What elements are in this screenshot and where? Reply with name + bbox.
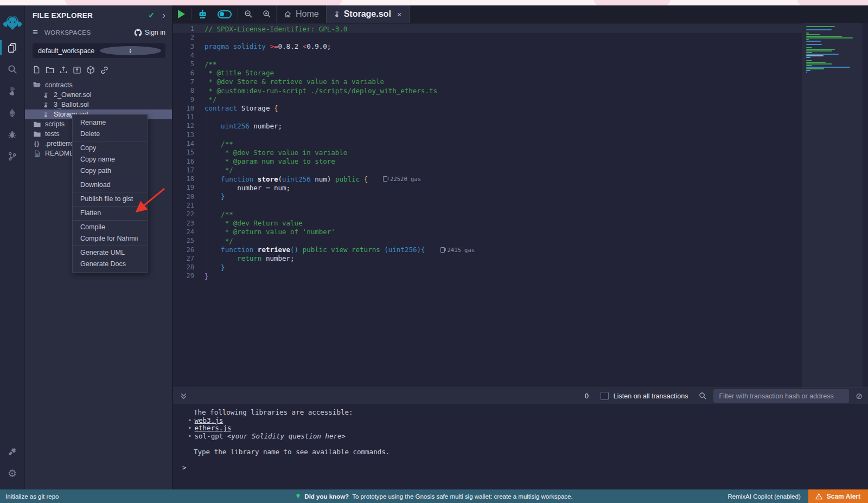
context-menu-copy[interactable]: Copy	[73, 143, 147, 154]
tree-item-3-ballot-sol[interactable]: 3_Ballot.sol	[25, 100, 172, 109]
sign-in-label: Sign in	[145, 29, 165, 36]
clear-console-icon[interactable]: ⊘	[856, 391, 863, 401]
zoom-out-button[interactable]	[239, 5, 258, 23]
code-line-23[interactable]: 23 * @dev Return value	[173, 219, 802, 228]
code-line-21[interactable]: 21	[173, 201, 802, 210]
search-icon[interactable]	[0, 59, 25, 80]
code-line-3[interactable]: 3pragma solidity >=0.8.2 <0.9.0;	[173, 42, 802, 51]
context-menu-copy-name[interactable]: Copy name	[73, 154, 147, 165]
code-line-16[interactable]: 16 * @param num value to store	[173, 157, 802, 165]
cube-icon[interactable]	[86, 66, 95, 75]
code-line-2[interactable]: 2	[173, 33, 802, 42]
solidity-file-icon	[41, 92, 50, 98]
sign-in-button[interactable]: Sign in	[134, 29, 165, 37]
braces-icon: {}	[33, 140, 41, 147]
code-area[interactable]: 1// SPDX-License-Identifier: GPL-3.023pr…	[173, 23, 802, 388]
code-line-15[interactable]: 15 * @dev Store value in variable	[173, 148, 802, 157]
link-icon[interactable]	[100, 66, 109, 75]
line-number: 28	[173, 263, 205, 271]
tab-home[interactable]: Home	[276, 5, 326, 23]
line-number: 4	[173, 51, 205, 59]
upload-file-icon[interactable]	[59, 66, 68, 75]
chevron-right-icon[interactable]: ›	[162, 12, 165, 18]
listen-all-transactions-checkbox[interactable]	[601, 392, 609, 400]
context-menu-compile-for-nahmii[interactable]: Compile for Nahmii	[73, 233, 147, 244]
tree-item-2-owner-sol[interactable]: 2_Owner.sol	[25, 90, 172, 100]
plugin-manager-icon[interactable]	[0, 441, 25, 462]
code-line-18[interactable]: 18 function store(uint256 num) public {2…	[173, 175, 802, 183]
run-script-button[interactable]	[173, 5, 190, 23]
context-menu-flatten[interactable]: Flatten	[73, 208, 147, 219]
debugger-icon[interactable]	[0, 124, 25, 145]
code-line-6[interactable]: 6 * @title Storage	[173, 68, 802, 77]
new-file-icon[interactable]	[33, 66, 41, 75]
play-icon	[178, 10, 185, 18]
git-icon[interactable]	[0, 145, 25, 167]
code-line-17[interactable]: 17 */	[173, 166, 802, 175]
line-number: 9	[173, 96, 205, 104]
home-icon	[284, 10, 292, 18]
minimap-line	[806, 72, 807, 73]
did-you-know-tip: Did you know? To prototype using the Gno…	[0, 493, 868, 500]
editor-scroll-gutter[interactable]	[863, 23, 868, 388]
tree-item-contracts[interactable]: contracts	[25, 80, 172, 90]
copilot-toggle[interactable]	[213, 5, 237, 23]
code-line-25[interactable]: 25 */	[173, 236, 802, 245]
context-menu-delete[interactable]: Delete	[73, 128, 147, 140]
menu-divider	[73, 246, 147, 246]
code-line-13[interactable]: 13	[173, 131, 802, 139]
ai-copilot-button[interactable]	[193, 5, 213, 23]
context-menu-download[interactable]: Download	[73, 179, 147, 191]
panel-title: FILE EXPLORER	[33, 11, 148, 20]
workspace-selector[interactable]: default_workspace ▲▼	[33, 43, 165, 58]
code-line-14[interactable]: 14 /**	[173, 139, 802, 148]
editor-minimap[interactable]	[802, 23, 863, 388]
context-menu-generate-uml[interactable]: Generate UML	[73, 247, 147, 259]
upload-folder-icon[interactable]	[73, 66, 81, 75]
terminal-library-link[interactable]: •web3.js	[173, 417, 868, 425]
code-line-10[interactable]: 10contract Storage {	[173, 104, 802, 113]
minimap-line	[806, 33, 809, 34]
code-line-22[interactable]: 22 /**	[173, 210, 802, 218]
code-line-9[interactable]: 9 */	[173, 95, 802, 104]
listen-all-transactions-label[interactable]: Listen on all transactions	[614, 392, 688, 400]
code-line-28[interactable]: 28 }	[173, 263, 802, 272]
status-bar: Initialize as git repo Did you know? To …	[0, 489, 868, 503]
terminal-expand-icon[interactable]	[180, 392, 188, 400]
zoom-out-icon	[244, 10, 253, 18]
code-line-12[interactable]: 12 uint256 number;	[173, 121, 802, 130]
transaction-filter-input[interactable]	[713, 389, 849, 403]
code-line-5[interactable]: 5/**	[173, 60, 802, 68]
context-menu-publish-file-to-gist[interactable]: Publish file to gist	[73, 194, 147, 205]
code-line-11[interactable]: 11	[173, 113, 802, 121]
zoom-in-button[interactable]	[258, 5, 276, 23]
settings-icon[interactable]: ⚙	[0, 462, 25, 484]
terminal-library-link[interactable]: •ethers.js	[173, 424, 868, 433]
workspaces-menu-icon[interactable]: ≡	[33, 27, 38, 38]
terminal-output[interactable]: The following libraries are accessible:•…	[173, 404, 868, 489]
remix-logo-icon[interactable]	[0, 9, 25, 37]
code-line-19[interactable]: 19 number = num;	[173, 183, 802, 192]
context-menu-generate-docs[interactable]: Generate Docs	[73, 259, 147, 270]
terminal-search-icon[interactable]	[699, 392, 707, 400]
deploy-run-icon[interactable]	[0, 102, 25, 124]
context-menu-copy-path[interactable]: Copy path	[73, 165, 147, 177]
context-menu-compile[interactable]: Compile	[73, 222, 147, 233]
code-line-29[interactable]: 29}	[173, 272, 802, 280]
solidity-compiler-icon[interactable]	[0, 80, 25, 102]
code-line-4[interactable]: 4	[173, 51, 802, 60]
terminal-prompt[interactable]: >	[173, 464, 868, 472]
file-explorer-icon[interactable]	[0, 37, 25, 59]
minimap-line	[806, 55, 824, 56]
code-line-20[interactable]: 20 }	[173, 192, 802, 201]
new-folder-icon[interactable]	[46, 66, 54, 75]
code-line-7[interactable]: 7 * @dev Store & retrieve value in a var…	[173, 78, 802, 86]
code-line-26[interactable]: 26 function retrieve() public view retur…	[173, 245, 802, 254]
code-line-8[interactable]: 8 * @custom:dev-run-script ./scripts/dep…	[173, 86, 802, 95]
tab-storage-sol[interactable]: Storage.sol ×	[326, 5, 410, 23]
code-line-1[interactable]: 1// SPDX-License-Identifier: GPL-3.0	[173, 24, 802, 33]
context-menu-rename[interactable]: Rename	[73, 117, 147, 128]
code-line-27[interactable]: 27 return number;	[173, 254, 802, 263]
code-line-24[interactable]: 24 * @return value of 'number'	[173, 228, 802, 236]
close-tab-icon[interactable]: ×	[397, 10, 402, 19]
